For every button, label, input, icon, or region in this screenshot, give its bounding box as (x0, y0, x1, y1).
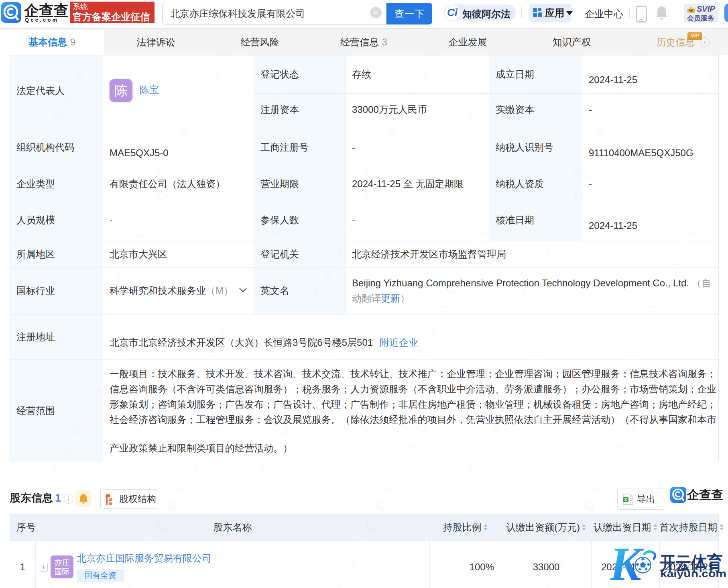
svg-text:kaiyun.com: kaiyun.com (660, 568, 726, 579)
svg-text:X: X (624, 497, 627, 502)
